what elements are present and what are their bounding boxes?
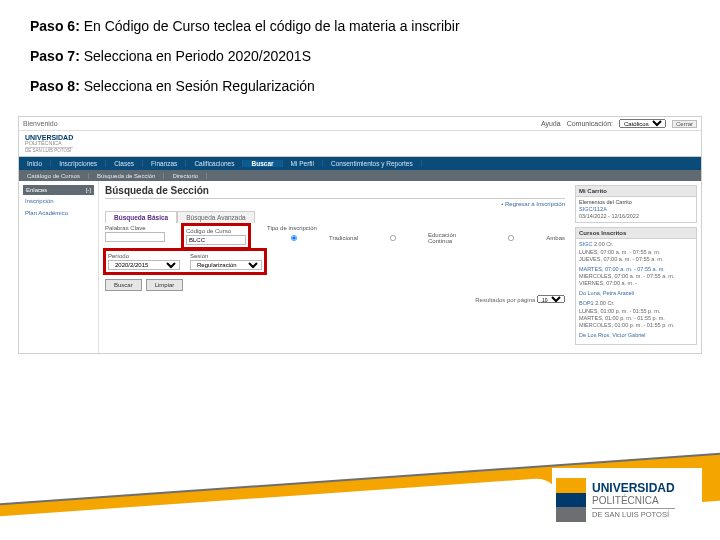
keywords-field: Palabras Clave: [105, 225, 165, 248]
main-navbar: InicioInscripcionesClasesFinanzasCalific…: [19, 157, 701, 170]
nav-inscripciones[interactable]: Inscripciones: [51, 160, 106, 167]
right-column: Mi Carrito Elementos del Carrito SIGC/11…: [571, 181, 701, 353]
course-item: BOP1 2.00 Cr.LUNES, 01:00 p. m. - 01:55 …: [579, 300, 693, 329]
nav-consentimientos-y-reportes[interactable]: Consentimientos y Reportes: [323, 160, 422, 167]
app-screenshot: Bienvenido Ayuda Comunicación: Católicos…: [18, 116, 702, 354]
topbar: Bienvenido Ayuda Comunicación: Católicos…: [19, 117, 701, 131]
sidebar-header: Enlaces[-]: [23, 185, 94, 195]
tab[interactable]: Búsqueda Básica: [105, 211, 177, 223]
instruction-block: Paso 6: En Código de Curso teclea el cód…: [0, 0, 720, 116]
collapse-icon[interactable]: [-]: [86, 187, 91, 193]
nav-calificaciones[interactable]: Calificaciones: [186, 160, 243, 167]
university-logo: UNIVERSIDAD POLITÉCNICA DE SAN LUIS POTO…: [25, 134, 73, 154]
search-button[interactable]: Buscar: [105, 279, 142, 291]
subnav-item[interactable]: Búsqueda de Sección: [89, 173, 164, 179]
nav-finanzas[interactable]: Finanzas: [143, 160, 186, 167]
header-logo-row: UNIVERSIDAD POLITÉCNICA DE SAN LUIS POTO…: [19, 131, 701, 157]
clear-button[interactable]: Limpiar: [146, 279, 184, 291]
step-8: Paso 8: Selecciona en Sesión Regularizac…: [30, 78, 690, 94]
sidebar-link[interactable]: Plan Académico: [23, 207, 94, 219]
course-code-input[interactable]: [186, 235, 246, 245]
course-item: SIGC 2.00 Cr.LUNES, 07:00 a. m. - 07:55 …: [579, 241, 693, 262]
help-link[interactable]: Ayuda: [541, 120, 561, 127]
course-item: Do Luna, Petra Araceli: [579, 290, 693, 297]
enroll-type-radios: Tradicional Educación Continua Ambas: [267, 232, 565, 244]
period-select[interactable]: 2020/2/2015: [108, 260, 180, 270]
cart-item-link[interactable]: SIGC/112A: [579, 206, 607, 212]
highlight-period-session: Período 2020/2/2015 Sesión Regularizació…: [103, 248, 267, 275]
sidebar: Enlaces[-] InscripciónPlan Académico: [19, 181, 99, 353]
radio-ambas[interactable]: [495, 235, 527, 241]
sub-navbar: Catálogo de CursosBúsqueda de SecciónDir…: [19, 170, 701, 181]
step-7: Paso 7: Selecciona en Periodo 2020/20201…: [30, 48, 690, 64]
courses-card: Cursos Inscritos SIGC 2.00 Cr.LUNES, 07:…: [575, 227, 697, 345]
results-per-page: Resultados por página 10: [105, 295, 565, 303]
main-panel: Búsqueda de Sección • Regresar a Inscrip…: [99, 181, 571, 353]
nav-mi-perfil[interactable]: Mi Perfil: [283, 160, 323, 167]
course-link[interactable]: BOP1: [579, 300, 594, 306]
nav-buscar[interactable]: Buscar: [243, 160, 282, 167]
radio-educacion[interactable]: [377, 235, 409, 241]
logo-mark-icon: [556, 478, 586, 522]
nav-clases[interactable]: Clases: [106, 160, 143, 167]
course-item: De Los Ríos, Victor Gabriel: [579, 332, 693, 339]
radio-tradicional[interactable]: [278, 235, 310, 241]
contact-select[interactable]: Católicos: [619, 119, 666, 128]
subnav-item[interactable]: Directorio: [164, 173, 207, 179]
course-link[interactable]: SIGC: [579, 241, 592, 247]
welcome-text: Bienvenido: [23, 120, 541, 127]
highlight-course-code: Código de Curso: [181, 223, 251, 250]
cart-card: Mi Carrito Elementos del Carrito SIGC/11…: [575, 185, 697, 223]
course-item: MARTES, 07:00 a. m. - 07:55 a. m.MIERCOL…: [579, 266, 693, 287]
session-select[interactable]: Regularización: [190, 260, 262, 270]
back-link[interactable]: • Regresar a Inscripción: [105, 201, 565, 207]
logout-button[interactable]: Cerrar: [672, 120, 697, 128]
contact-label: Comunicación:: [567, 120, 613, 127]
course-link[interactable]: MARTES, 07:00 a. m. - 07:55 a. m.: [579, 266, 665, 272]
nav-inicio[interactable]: Inicio: [19, 160, 51, 167]
subnav-item[interactable]: Catálogo de Cursos: [19, 173, 89, 179]
footer-logo: UNIVERSIDAD POLITÉCNICA DE SAN LUIS POTO…: [552, 468, 702, 532]
sidebar-link[interactable]: Inscripción: [23, 195, 94, 207]
step-6: Paso 6: En Código de Curso teclea el cód…: [30, 18, 690, 34]
page-title: Búsqueda de Sección: [105, 185, 565, 199]
search-tabs: Búsqueda BásicaBúsqueda Avanzada: [105, 211, 565, 223]
course-link[interactable]: De Los Ríos, Victor Gabriel: [579, 332, 646, 338]
results-select[interactable]: 10: [537, 295, 565, 303]
course-link[interactable]: Do Luna, Petra Araceli: [579, 290, 634, 296]
tab[interactable]: Búsqueda Avanzada: [177, 211, 255, 223]
keywords-input[interactable]: [105, 232, 165, 242]
